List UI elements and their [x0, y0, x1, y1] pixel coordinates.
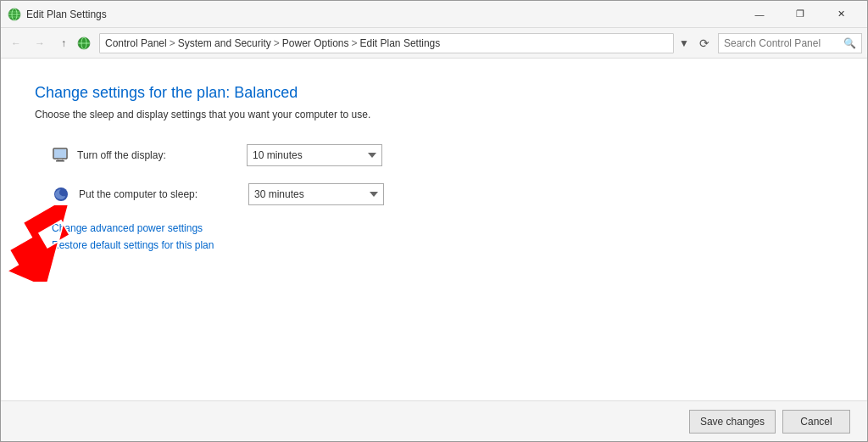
display-select[interactable]: 1 minute 2 minutes 3 minutes 5 minutes 1… [247, 144, 382, 166]
restore-default-settings-link[interactable]: Restore default settings for this plan [52, 239, 833, 251]
monitor-icon [52, 147, 69, 164]
back-button[interactable]: ← [6, 33, 26, 53]
address-bar: ← → ↑ Control Panel > System and Securit… [1, 28, 867, 59]
window: Edit Plan Settings — ❐ ✕ ← → ↑ Control P… [0, 0, 868, 442]
sleep-select[interactable]: 1 minute 2 minutes 3 minutes 5 minutes 1… [248, 183, 384, 205]
svg-rect-9 [58, 159, 63, 160]
display-setting-label: Turn off the display: [77, 149, 247, 161]
maximize-button[interactable]: ❐ [781, 1, 820, 28]
window-icon [8, 8, 21, 21]
up-button[interactable]: ↑ [53, 33, 74, 53]
page-subtitle: Choose the sleep and display settings th… [35, 109, 833, 120]
forward-button[interactable]: → [30, 33, 50, 53]
svg-rect-11 [54, 149, 66, 158]
display-setting-row: Turn off the display: 1 minute 2 minutes… [52, 144, 833, 166]
breadcrumb-power-options: Power Options [282, 37, 349, 49]
search-input[interactable] [724, 37, 840, 49]
breadcrumb-current: Edit Plan Settings [360, 37, 441, 49]
breadcrumb-system-security: System and Security [178, 37, 271, 49]
advanced-power-settings-link[interactable]: Change advanced power settings [52, 222, 833, 234]
page-title: Change settings for the plan: Balanced [35, 84, 833, 102]
close-button[interactable]: ✕ [821, 1, 860, 28]
refresh-button[interactable]: ⟳ [694, 33, 715, 53]
svg-rect-10 [56, 160, 64, 162]
minimize-button[interactable]: — [740, 1, 779, 28]
footer: Save changes Cancel [1, 400, 867, 441]
breadcrumb-control-panel: Control Panel [105, 37, 167, 49]
cancel-button[interactable]: Cancel [782, 410, 850, 434]
sleep-setting-label: Put the computer to sleep: [79, 188, 248, 200]
sleep-setting-row: Put the computer to sleep: 1 minute 2 mi… [52, 183, 833, 205]
title-bar-text: Edit Plan Settings [26, 8, 740, 20]
sleep-icon [52, 185, 70, 204]
search-box[interactable]: 🔍 [718, 33, 862, 53]
search-icon: 🔍 [843, 37, 856, 49]
address-globe-icon [77, 36, 91, 50]
links-section: Change advanced power settings Restore d… [52, 222, 833, 251]
breadcrumb-path[interactable]: Control Panel > System and Security > Po… [99, 33, 674, 53]
title-bar: Edit Plan Settings — ❐ ✕ [1, 1, 867, 28]
save-changes-button[interactable]: Save changes [689, 410, 776, 434]
main-content: Change settings for the plan: Balanced C… [1, 59, 867, 400]
address-dropdown-button[interactable]: ▼ [677, 33, 691, 53]
window-controls: — ❐ ✕ [740, 1, 860, 28]
